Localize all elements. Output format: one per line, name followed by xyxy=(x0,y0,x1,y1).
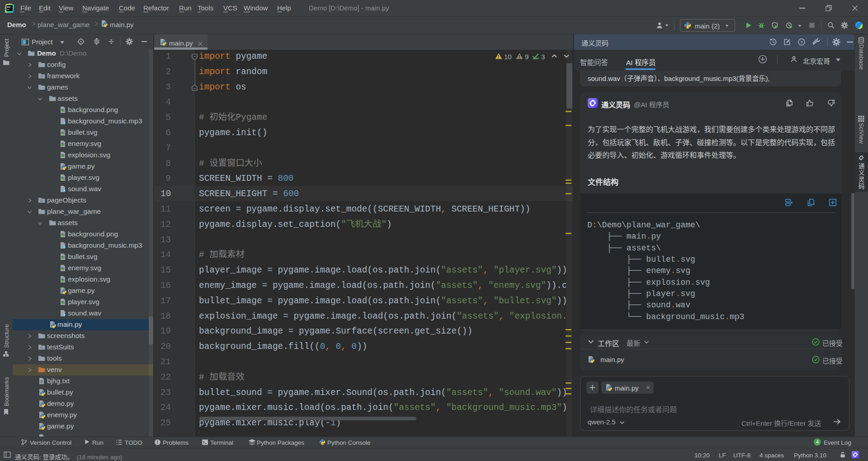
svg-text:?: ? xyxy=(63,314,65,316)
svg-text:?: ? xyxy=(800,40,803,45)
svg-text:?: ? xyxy=(63,122,65,124)
svg-text:PC: PC xyxy=(7,5,11,9)
svg-text:?: ? xyxy=(63,189,65,192)
svg-text:?: ? xyxy=(63,246,65,249)
